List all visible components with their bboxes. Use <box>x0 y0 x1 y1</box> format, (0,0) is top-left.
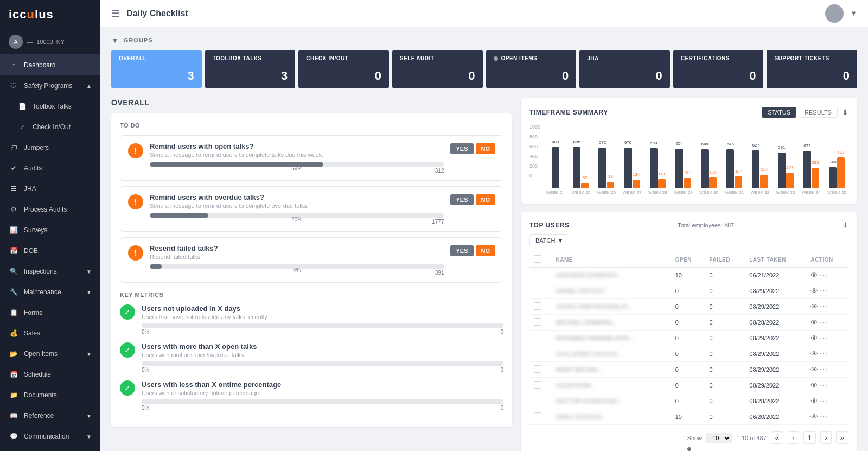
sidebar-item-maintenance[interactable]: 🔧 Maintenance ▼ <box>0 282 100 302</box>
row-checkbox-input[interactable] <box>534 350 541 357</box>
tab-results[interactable]: RESULTS <box>799 107 838 118</box>
sidebar-item-documents[interactable]: 📁 Documents <box>0 385 100 405</box>
user-name: MICHAEL DAMMING... <box>552 315 671 331</box>
next-page-button[interactable]: › <box>820 431 831 444</box>
user-name: GUILLERMO OVLECO... <box>552 346 671 362</box>
reference-icon: 📖 <box>9 411 18 421</box>
sidebar-item-process-audits[interactable]: ⚙ Process Audits <box>0 199 100 220</box>
more-icon[interactable]: ⋯ <box>820 397 827 405</box>
dot-1 <box>687 447 691 451</box>
sidebar-item-surveys[interactable]: 📊 Surveys <box>0 220 100 240</box>
sidebar-item-audits[interactable]: ✔ Audits <box>0 158 100 179</box>
no-button-3[interactable]: NO <box>476 245 496 256</box>
group-card-overall[interactable]: OVERALL 3 <box>111 50 202 88</box>
view-icon[interactable]: 👁 <box>810 271 818 280</box>
metric-bar-label-2: 0% 0 <box>142 367 503 373</box>
select-all-checkbox[interactable] <box>534 255 541 263</box>
yes-button-3[interactable]: YES <box>450 245 473 256</box>
row-checkbox-input[interactable] <box>534 334 541 341</box>
yes-button-1[interactable]: YES <box>450 143 473 154</box>
chart-column: 622333WEEK 34 <box>800 128 823 195</box>
more-icon[interactable]: ⋯ <box>820 318 827 327</box>
users-table: NAME OPEN FAILED LAST TAKEN ACTION HASHE… <box>529 252 848 425</box>
view-icon[interactable]: 👁 <box>810 381 818 390</box>
sidebar-item-communication[interactable]: 💬 Communication ▼ <box>0 426 100 447</box>
first-page-button[interactable]: « <box>771 431 783 444</box>
view-icon[interactable]: 👁 <box>810 287 818 295</box>
group-card-selfaudit[interactable]: SELF AUDIT 0 <box>392 50 483 88</box>
row-checkbox-input[interactable] <box>534 412 541 420</box>
sidebar-item-toolbox-talks[interactable]: 📄 Toolbox Talks <box>0 96 100 117</box>
more-icon[interactable]: ⋯ <box>820 350 827 358</box>
menu-icon[interactable]: ☰ <box>111 8 120 20</box>
sidebar-item-check-inout[interactable]: ✓ Check In/Out <box>0 117 100 137</box>
sidebar-item-forms[interactable]: 📋 Forms <box>0 302 100 323</box>
row-checkbox-input[interactable] <box>534 381 541 389</box>
row-checkbox-input[interactable] <box>534 318 541 326</box>
download-icon-2[interactable]: ⬇ <box>843 221 848 229</box>
sidebar-item-dashboard[interactable]: ⌂ Dashboard <box>0 55 100 75</box>
sidebar-item-label: Reference <box>24 412 54 420</box>
download-icon[interactable]: ⬇ <box>842 108 848 117</box>
user-failed: 0 <box>705 283 745 299</box>
sidebar-item-reference[interactable]: 📖 Reference ▼ <box>0 405 100 426</box>
chart-bar-blue: 680 <box>552 147 559 188</box>
view-icon[interactable]: 👁 <box>810 350 818 358</box>
group-card-support[interactable]: SUPPORT TICKETS 0 <box>767 50 857 88</box>
sidebar-item-inspections[interactable]: 🔍 Inspections ▼ <box>0 261 100 282</box>
view-icon[interactable]: 👁 <box>810 365 818 374</box>
chart-bar-blue: 670 <box>624 148 632 188</box>
no-button-2[interactable]: NO <box>476 194 496 205</box>
group-card-checkinout[interactable]: CHECK IN/OUT 0 <box>298 50 389 88</box>
chart-bar-orange: 161 <box>684 178 691 188</box>
right-column: TIMEFRAME SUMMARY STATUS RESULTS ⬇ 0 <box>521 98 857 451</box>
last-page-button[interactable]: » <box>836 431 848 444</box>
more-icon[interactable]: ⋯ <box>820 302 827 311</box>
user-failed: 0 <box>705 393 745 409</box>
tab-status[interactable]: STATUS <box>762 107 796 118</box>
show-count-select[interactable]: 10 25 50 <box>706 433 732 443</box>
sidebar-item-jha[interactable]: ☰ JHA <box>0 179 100 199</box>
view-icon[interactable]: 👁 <box>810 412 818 421</box>
current-page-button[interactable]: 1 <box>803 431 816 444</box>
row-checkbox-input[interactable] <box>534 287 541 294</box>
user-name: HECTOR RODRIGUEZ... <box>552 393 671 409</box>
more-icon[interactable]: ⋯ <box>820 365 827 374</box>
yes-button-2[interactable]: YES <box>450 194 473 205</box>
group-value: 0 <box>681 69 756 83</box>
view-icon[interactable]: 👁 <box>810 302 818 311</box>
row-checkbox-input[interactable] <box>534 302 541 310</box>
metric-title-3: Users with less than X ontime percentage <box>142 380 503 389</box>
prev-page-button[interactable]: ‹ <box>788 431 799 444</box>
user-name: HASHEEM DUNMOEV... <box>552 268 671 283</box>
more-icon[interactable]: ⋯ <box>820 334 827 342</box>
sidebar-item-jumpers[interactable]: 🏷 Jumpers <box>0 137 100 158</box>
group-card-toolbox[interactable]: TOOLBOX TALKS 3 <box>205 50 296 88</box>
sidebar-item-safety-programs[interactable]: 🛡 Safety Programs ▲ <box>0 75 100 96</box>
no-button-1[interactable]: NO <box>476 143 496 154</box>
view-icon[interactable]: 👁 <box>810 334 818 342</box>
more-icon[interactable]: ⋯ <box>820 287 827 295</box>
row-checkbox-input[interactable] <box>534 271 541 278</box>
sidebar-item-label: Inspections <box>24 268 57 275</box>
sidebar-item-label: Process Audits <box>24 206 67 213</box>
sidebar-item-sales[interactable]: 💰 Sales <box>0 323 100 344</box>
group-card-certifications[interactable]: CERTIFICATIONS 0 <box>673 50 764 88</box>
todo-actions-3: YES NO <box>450 245 495 256</box>
view-icon[interactable]: 👁 <box>810 397 818 405</box>
sidebar-item-open-items[interactable]: 📂 Open Items ▼ <box>0 344 100 364</box>
batch-button[interactable]: BATCH ▼ <box>529 234 569 246</box>
group-card-jha[interactable]: JHA 0 <box>579 50 670 88</box>
more-icon[interactable]: ⋯ <box>820 412 827 421</box>
sidebar-item-schedule[interactable]: 📅 Schedule <box>0 364 100 385</box>
view-icon[interactable]: 👁 <box>810 318 818 327</box>
chevron-down-icon: ▼ <box>850 9 857 17</box>
row-checkbox-input[interactable] <box>534 365 541 373</box>
group-card-openitems[interactable]: OPEN ITEMS 0 <box>486 50 577 88</box>
more-icon[interactable]: ⋯ <box>820 271 827 280</box>
more-icon[interactable]: ⋯ <box>820 381 827 390</box>
main-two-col: OVERALL TO DO ! Remind users with open t… <box>111 98 857 451</box>
row-checkbox-input[interactable] <box>534 397 541 404</box>
chart-week-label: WEEK 33 <box>776 190 795 195</box>
sidebar-item-dob[interactable]: 📅 DOB <box>0 240 100 261</box>
